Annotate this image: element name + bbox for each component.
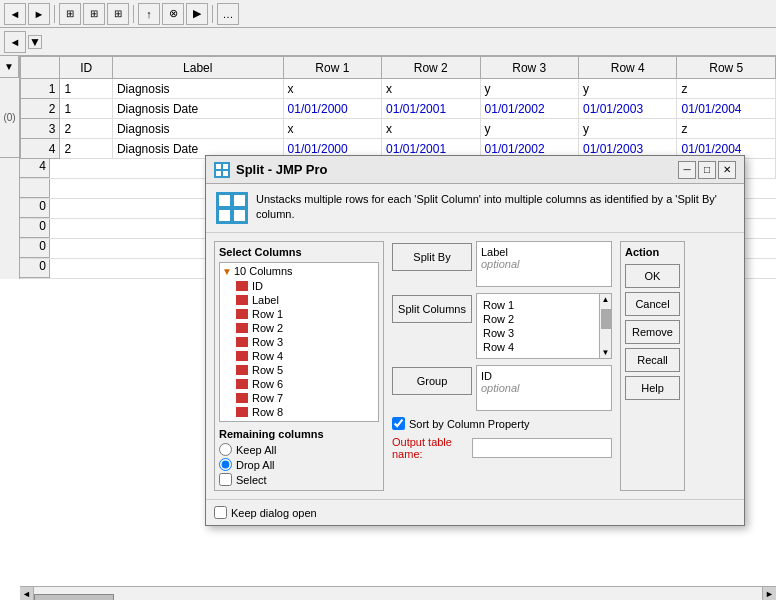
- dialog-body: Select Columns ▼ 10 Columns IDLabelRow 1…: [206, 233, 744, 499]
- column-list-item[interactable]: Row 4: [222, 349, 376, 363]
- desc-icon: [216, 192, 248, 224]
- select-checkbox[interactable]: [219, 473, 232, 486]
- col-arrow-indicator[interactable]: ▼: [4, 61, 14, 72]
- split-by-assigned: Label: [481, 246, 607, 258]
- keep-all-option[interactable]: Keep All: [219, 443, 379, 456]
- toolbar-nav-back[interactable]: ◄: [4, 31, 26, 53]
- drop-all-option[interactable]: Drop All: [219, 458, 379, 471]
- th-label[interactable]: Label: [112, 57, 283, 79]
- toolbar-btn-grid2[interactable]: ⊞: [83, 3, 105, 25]
- split-by-button[interactable]: Split By: [392, 243, 472, 271]
- cell-label: Diagnosis Date: [112, 99, 283, 119]
- cell-row3: 01/01/2002: [480, 99, 578, 119]
- minimize-button[interactable]: ─: [678, 161, 696, 179]
- column-list-item[interactable]: Row 5: [222, 363, 376, 377]
- split-col-item: Row 4: [481, 340, 593, 354]
- toolbar-btn-arrow2[interactable]: ⊗: [162, 3, 184, 25]
- cell-row5: z: [677, 79, 776, 99]
- columns-list-box[interactable]: ▼ 10 Columns IDLabelRow 1Row 2Row 3Row 4…: [219, 262, 379, 422]
- scroll-up-btn[interactable]: ▲: [601, 294, 611, 305]
- toolbar-btn-arrow1[interactable]: ↑: [138, 3, 160, 25]
- th-row1[interactable]: Row 1: [283, 57, 381, 79]
- ok-button[interactable]: OK: [625, 264, 680, 288]
- column-list-item[interactable]: Label: [222, 293, 376, 307]
- drop-all-label: Drop All: [236, 459, 275, 471]
- th-row4[interactable]: Row 4: [579, 57, 677, 79]
- col-name: ID: [252, 280, 263, 292]
- remove-button[interactable]: Remove: [625, 320, 680, 344]
- column-list-item[interactable]: Row 7: [222, 391, 376, 405]
- scroll-thumb[interactable]: [34, 594, 114, 601]
- keep-all-radio[interactable]: [219, 443, 232, 456]
- output-input[interactable]: [472, 438, 612, 458]
- th-row3[interactable]: Row 3: [480, 57, 578, 79]
- group-arrow-icon: ▼: [222, 266, 232, 277]
- help-button[interactable]: Help: [625, 376, 680, 400]
- toolbar-btn-extra[interactable]: …: [217, 3, 239, 25]
- select-option[interactable]: Select: [219, 473, 379, 486]
- column-list-item[interactable]: Row 1: [222, 307, 376, 321]
- toolbar-btn-2[interactable]: ►: [28, 3, 50, 25]
- column-list-item[interactable]: Row 8: [222, 405, 376, 419]
- sort-checkbox[interactable]: [392, 417, 405, 430]
- recall-button[interactable]: Recall: [625, 348, 680, 372]
- cell-label: Diagnosis: [112, 119, 283, 139]
- close-button[interactable]: ✕: [718, 161, 736, 179]
- cell-id: 1: [60, 99, 113, 119]
- th-rownum: [21, 57, 60, 79]
- svg-rect-8: [219, 210, 230, 221]
- column-list-item[interactable]: Row 2: [222, 321, 376, 335]
- keep-open-checkbox[interactable]: [214, 506, 227, 519]
- col-name: Row 2: [252, 322, 283, 334]
- scroll-thumb[interactable]: [601, 309, 611, 329]
- cell-row1: x: [283, 79, 381, 99]
- dialog-title-bar: Split - JMP Pro ─ □ ✕: [206, 156, 744, 184]
- col-name: Row 1: [252, 308, 283, 320]
- dialog-title-left: Split - JMP Pro: [214, 162, 328, 178]
- keep-open-option[interactable]: Keep dialog open: [214, 506, 317, 519]
- columns-group-header: ▼ 10 Columns: [222, 265, 376, 277]
- toolbar-btn-grid3[interactable]: ⊞: [107, 3, 129, 25]
- column-list-item[interactable]: Row 6: [222, 377, 376, 391]
- table-row: 3 2 Diagnosis x x y y z: [21, 119, 776, 139]
- split-columns-row: Split Columns Row 1Row 2Row 3Row 4 ▲ ▼: [392, 293, 612, 359]
- output-label: Output table name:: [392, 436, 468, 460]
- cell-id: 2: [60, 119, 113, 139]
- drop-all-radio[interactable]: [219, 458, 232, 471]
- select-label: Select: [236, 474, 267, 486]
- split-cols-scrollbar[interactable]: ▲ ▼: [599, 294, 611, 358]
- column-list-item[interactable]: Row 3: [222, 335, 376, 349]
- cell-row1: 01/01/2000: [283, 99, 381, 119]
- toolbar-btn-grid1[interactable]: ⊞: [59, 3, 81, 25]
- toolbar-btn-arrow3[interactable]: ▶: [186, 3, 208, 25]
- dialog-desc-text: Unstacks multiple rows for each 'Split C…: [256, 192, 734, 223]
- group-button[interactable]: Group: [392, 367, 472, 395]
- cancel-button[interactable]: Cancel: [625, 292, 680, 316]
- th-id[interactable]: ID: [60, 57, 113, 79]
- toolbar-btn-1[interactable]: ◄: [4, 3, 26, 25]
- toolbar-dropdown[interactable]: ▼: [28, 35, 42, 49]
- scroll-right-btn[interactable]: ►: [762, 587, 776, 601]
- action-title: Action: [625, 246, 680, 258]
- h-scrollbar[interactable]: ◄ ►: [20, 586, 776, 600]
- col-type-icon: [236, 365, 248, 375]
- split-col-item: Row 2: [481, 312, 593, 326]
- scroll-left-btn[interactable]: ◄: [20, 587, 34, 601]
- sort-check-row[interactable]: Sort by Column Property: [392, 417, 612, 430]
- th-row2[interactable]: Row 2: [382, 57, 480, 79]
- col-type-icon: [236, 379, 248, 389]
- restore-button[interactable]: □: [698, 161, 716, 179]
- svg-rect-2: [223, 164, 228, 169]
- cell-id: 2: [60, 139, 113, 159]
- column-list-item[interactable]: ID: [222, 279, 376, 293]
- scroll-down-btn[interactable]: ▼: [601, 347, 611, 358]
- split-cols-list: Row 1Row 2Row 3Row 4: [481, 298, 607, 354]
- cell-label: Diagnosis: [112, 79, 283, 99]
- split-columns-button[interactable]: Split Columns: [392, 295, 472, 323]
- remaining-columns-title: Remaining columns: [219, 428, 379, 440]
- svg-rect-4: [223, 171, 228, 176]
- group-optional: optional: [481, 382, 607, 394]
- col-name: Row 3: [252, 336, 283, 348]
- svg-rect-9: [234, 210, 245, 221]
- th-row5[interactable]: Row 5: [677, 57, 776, 79]
